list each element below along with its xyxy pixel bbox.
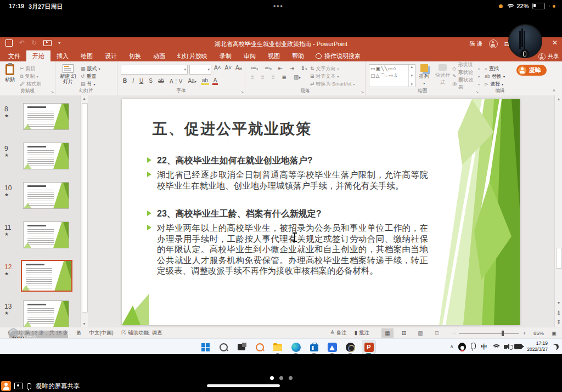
bold-button[interactable]: B (122, 78, 128, 84)
justify-button[interactable]: ≣ (281, 74, 288, 80)
ime-indicator[interactable]: 中 (481, 343, 487, 351)
tab-录制[interactable]: 录制 (213, 50, 238, 61)
shapes-gallery[interactable]: ▭▣╲╲▭○▢△⌒⌐⇨⇩ ▲▼▼ (369, 64, 415, 87)
convert-smartart-button[interactable]: ⇄转换为 SmartArt▾ (310, 80, 355, 88)
notes-toggle[interactable]: ≜备注 (330, 329, 347, 337)
tab-设计[interactable]: 设计 (99, 50, 123, 61)
layout-button[interactable]: ▦版式▾ (81, 65, 100, 72)
font-size-combo[interactable]: ▾ (189, 65, 211, 75)
highlight-color-button[interactable]: ab (201, 77, 209, 85)
cut-button[interactable]: ✂剪切 (20, 65, 41, 72)
edge-browser-button[interactable] (289, 340, 302, 354)
zoom-in-button[interactable]: + (522, 330, 526, 336)
shapes-gallery-scrollbar[interactable]: ▲▼▼ (408, 65, 415, 87)
line-spacing-button[interactable]: ⇕▾ (300, 65, 308, 71)
next-slide-button[interactable]: ▼▼ (555, 320, 562, 325)
reading-view-button[interactable]: ▥ (414, 328, 426, 338)
account-name[interactable]: 陈 谦 (470, 40, 482, 48)
thumbnail-scroll-thumb[interactable] (82, 103, 88, 313)
zoom-out-button[interactable]: − (453, 330, 456, 336)
share-button[interactable]: 共享 (538, 53, 559, 60)
tray-clock[interactable]: 17:19 2022/3/27 (527, 340, 548, 352)
format-painter-button[interactable]: 🖉格式刷 (20, 80, 41, 88)
wifi-tray-icon[interactable] (492, 344, 499, 349)
ningmou-overlay-button[interactable]: 凝眸 (516, 65, 547, 76)
slide-title[interactable]: 五、促进公平就业政策 (153, 119, 312, 139)
tab-文件[interactable]: 文件 (2, 50, 26, 61)
thumbnail-scrollbar[interactable]: ▲ ▼ (80, 95, 88, 327)
search-app-button[interactable] (253, 340, 266, 354)
slide-canvas[interactable]: 五、促进公平就业政策 22、高校毕业生如何在就业创业地落户?湖北省已经逐步取消全… (122, 99, 520, 325)
numbering-button[interactable]: ≕▾ (263, 65, 273, 71)
shrink-font-button[interactable]: A˅ (224, 65, 233, 75)
search-button[interactable] (217, 340, 230, 354)
zoom-slider[interactable] (459, 333, 519, 334)
microphone-tray-icon[interactable] (471, 343, 476, 349)
increase-indent-button[interactable]: ⇥ (288, 65, 295, 71)
tell-me-search[interactable]: 操作说明搜索 (310, 50, 366, 61)
previous-slide-button[interactable]: ▲▲ (555, 310, 562, 315)
tab-视图[interactable]: 视图 (262, 50, 286, 61)
underline-button[interactable]: U (138, 78, 144, 84)
slide-scroll-down-icon[interactable]: ▼ (555, 301, 562, 305)
align-left-button[interactable]: ≡ (250, 74, 255, 80)
blue-app-button[interactable] (325, 340, 339, 354)
slide-sorter-view-button[interactable]: ⊞ (398, 328, 410, 338)
slide-thumbnail-13[interactable]: 13★ (0, 298, 80, 327)
align-right-button[interactable]: ≡ (271, 74, 276, 80)
select-button[interactable]: ▻选择▾ (485, 80, 520, 88)
spellcheck-icon[interactable]: 🖹 (76, 330, 81, 336)
bullets-button[interactable]: ≔▾ (250, 65, 259, 71)
normal-view-button[interactable]: ▦ (381, 328, 394, 338)
font-name-combo[interactable]: ▾ (121, 65, 188, 75)
columns-button[interactable]: ▥▾ (293, 74, 301, 80)
new-slide-button[interactable]: 新建 幻灯片 (55, 61, 81, 88)
close-window-button[interactable]: ✕ (552, 39, 558, 47)
grow-font-button[interactable]: A˄ (213, 65, 222, 75)
arrange-button[interactable]: 排列▾ (415, 61, 433, 88)
task-view-button[interactable] (235, 340, 248, 354)
slide-thumbnail-8[interactable]: 8★ (0, 101, 80, 140)
thumbnail-preview[interactable] (23, 182, 69, 209)
tray-chevron-icon[interactable]: ˄ (450, 344, 453, 350)
align-text-button[interactable]: ⊞对齐文本▾ (310, 72, 355, 80)
shape-effects-button[interactable]: ◎形状效果▾ (452, 80, 480, 88)
microsoft-store-button[interactable] (307, 340, 321, 354)
thumbnail-preview[interactable] (23, 300, 69, 327)
volume-tray-icon[interactable] (504, 345, 507, 349)
text-direction-button[interactable]: ⇅文字方向▾ (310, 65, 355, 72)
powerpoint-taskbar-button[interactable]: P (362, 340, 376, 354)
thumbnail-preview[interactable] (23, 143, 69, 169)
tab-切换[interactable]: 切换 (123, 50, 147, 61)
zoom-slider-knob[interactable] (502, 331, 504, 336)
tab-绘图[interactable]: 绘图 (75, 50, 99, 61)
slide-scrollbar[interactable]: ▲ ▼ ▲▲ ▼▼ (554, 95, 562, 327)
slide-thumbnail-12[interactable]: 12★ (0, 259, 80, 298)
home-indicator[interactable] (207, 384, 280, 387)
start-button[interactable] (199, 340, 212, 354)
tab-插入[interactable]: 插入 (50, 50, 75, 61)
italic-button[interactable]: I (131, 78, 135, 84)
reset-button[interactable]: ↺重置 (81, 72, 100, 80)
zoom-percent[interactable]: 85% (533, 330, 544, 336)
shadow-button[interactable]: S (148, 78, 154, 84)
clipboard-dialog-launcher[interactable]: ↘ (50, 90, 54, 94)
camera-tray-icon[interactable] (514, 344, 522, 349)
quick-styles-button[interactable]: 快速样式 (433, 61, 453, 88)
thumbnail-scroll-down-icon[interactable]: ▼ (81, 322, 88, 326)
bubble-mic-button[interactable] (520, 49, 529, 58)
character-spacing-button[interactable]: A︙V (168, 77, 183, 85)
thumbnail-scroll-up-icon[interactable]: ▲ (81, 96, 88, 100)
language-status[interactable]: 中文(中国) (89, 329, 113, 337)
replace-button[interactable]: ab替换▾ (485, 72, 520, 80)
thumbnail-preview[interactable] (23, 103, 69, 130)
slide-scroll-thumb[interactable] (556, 248, 562, 269)
find-button[interactable]: ⌕查找 (485, 65, 520, 72)
slideshow-view-button[interactable]: ⍗ (431, 328, 443, 338)
file-explorer-button[interactable] (271, 340, 284, 354)
align-center-button[interactable]: ≡ (260, 74, 266, 80)
clear-formatting-button[interactable]: A𝄪 (234, 65, 243, 75)
account-avatar[interactable] (489, 39, 498, 48)
strikethrough-button[interactable]: ab (157, 78, 165, 84)
paragraph-dialog-launcher[interactable]: ↘ (361, 90, 364, 94)
